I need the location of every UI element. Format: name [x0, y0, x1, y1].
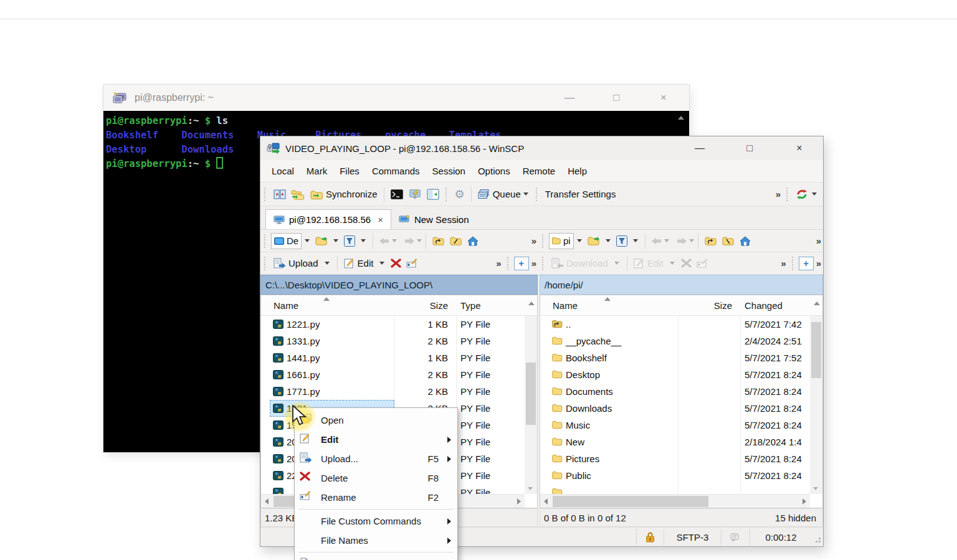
terminal-close-button[interactable]: ×: [653, 92, 674, 104]
file-row[interactable]: Pictures5/7/2021 8:24: [540, 450, 810, 467]
file-row[interactable]: 1221.py1 KBPY File: [261, 316, 525, 333]
remote-edit-button[interactable]: Edit: [631, 257, 666, 270]
local-scroll-right-icon[interactable]: [517, 498, 521, 505]
file-row[interactable]: [540, 484, 810, 494]
compare-directories-icon[interactable]: [271, 187, 288, 201]
file-row[interactable]: Documents5/7/2021 8:24: [540, 383, 810, 400]
local-drive-caret[interactable]: [302, 233, 313, 249]
remote-col-name[interactable]: Name: [553, 300, 578, 311]
winscp-maximize-button[interactable]: □: [737, 143, 762, 154]
file-row[interactable]: Bookshelf5/7/2021 7:52: [540, 349, 810, 366]
terminal-titlebar[interactable]: pi@raspberrypi: ~ — □ ×: [103, 85, 689, 111]
menu-item-local[interactable]: Local: [265, 160, 300, 183]
remote-vertical-scrollbar[interactable]: [810, 316, 822, 494]
remote-edit-caret[interactable]: [670, 262, 675, 265]
remote-back-icon[interactable]: [649, 236, 664, 246]
new-session-tab[interactable]: New Session: [391, 209, 477, 229]
remote-add-button[interactable]: +: [799, 257, 814, 270]
file-row[interactable]: __pycache__2/4/2024 2:51: [540, 333, 810, 349]
file-row[interactable]: 1331.py2 KBPY File: [261, 333, 525, 349]
local-col-name[interactable]: Name: [274, 300, 298, 311]
terminal-scroll-up-icon[interactable]: [678, 116, 684, 120]
remote-col-changed[interactable]: Changed: [745, 300, 783, 311]
menu-item-commands[interactable]: Commands: [366, 160, 426, 183]
winscp-close-button[interactable]: ×: [787, 143, 812, 154]
file-row[interactable]: 1771.py2 KBPY File: [261, 383, 525, 400]
file-row[interactable]: 1441.py1 KBPY File: [261, 349, 525, 366]
local-back-icon[interactable]: [377, 236, 392, 246]
remote-root-directory-icon[interactable]: [720, 235, 737, 247]
download-caret[interactable]: [614, 262, 619, 265]
context-menu-item-open[interactable]: Open: [295, 411, 457, 430]
menu-item-mark[interactable]: Mark: [300, 160, 333, 183]
terminal-maximize-button[interactable]: □: [606, 92, 627, 104]
upload-button[interactable]: Upload: [271, 257, 321, 270]
local-parent-directory-icon[interactable]: [430, 235, 447, 247]
remote-col-size[interactable]: Size: [670, 300, 732, 311]
remote-dir-combo[interactable]: pi: [549, 233, 574, 249]
session-color-sync-icon[interactable]: [793, 187, 811, 201]
remote-filter-icon[interactable]: [614, 234, 630, 248]
winscp-titlebar[interactable]: VIDEO_PLAYING_LOOP - pi@192.168.158.56 -…: [260, 136, 823, 160]
local-edit-button[interactable]: Edit: [341, 257, 376, 270]
panels-layout-icon[interactable]: [424, 187, 442, 201]
remote-horizontal-scrollbar[interactable]: [540, 494, 810, 508]
remote-path-bar[interactable]: /home/pi/: [540, 275, 823, 295]
menu-item-remote[interactable]: Remote: [517, 160, 562, 183]
local-scroll-left-icon[interactable]: [265, 498, 269, 505]
file-row[interactable]: 1661.py2 KBPY File: [261, 366, 525, 383]
console-icon[interactable]: [388, 188, 406, 201]
menu-item-files[interactable]: Files: [333, 160, 366, 183]
synchronize-button[interactable]: Synchronize: [307, 187, 380, 201]
local-open-directory-icon[interactable]: [313, 235, 330, 247]
toolbar-grip[interactable]: [536, 187, 540, 201]
upload-caret[interactable]: [325, 262, 330, 265]
context-menu-item-file-custom-commands[interactable]: File Custom Commands: [295, 511, 457, 531]
remote-cmd-overflow2[interactable]: »: [814, 258, 823, 268]
hint-icon[interactable]: [721, 529, 750, 545]
queue-icon[interactable]: [475, 187, 493, 201]
context-menu-item-edit[interactable]: Edit: [295, 430, 457, 449]
local-add-button[interactable]: +: [514, 257, 529, 270]
preferences-gear-icon[interactable]: ⚙: [452, 186, 467, 202]
local-cmd-overflow[interactable]: »: [493, 258, 503, 268]
remote-scroll-left-icon[interactable]: [544, 498, 548, 505]
context-menu-item-rename[interactable]: RenameF2: [295, 488, 457, 507]
local-filter-caret[interactable]: [358, 233, 369, 249]
file-row[interactable]: New2/18/2024 1:4: [540, 434, 810, 450]
local-filter-icon[interactable]: [341, 234, 358, 248]
local-forward-icon[interactable]: [402, 236, 417, 246]
remote-filter-caret[interactable]: [630, 233, 641, 249]
file-row[interactable]: Desktop5/7/2021 8:24: [540, 366, 810, 383]
session-duration[interactable]: 0:00:12: [750, 529, 812, 545]
toolbar-grip[interactable]: [542, 257, 546, 270]
remote-dir-caret[interactable]: [574, 233, 585, 249]
remote-open-directory-icon[interactable]: [585, 235, 602, 247]
local-col-size[interactable]: Size: [386, 300, 448, 311]
remote-rename-icon[interactable]: [694, 257, 712, 270]
remote-toolbar-overflow[interactable]: »: [814, 235, 823, 246]
menu-item-options[interactable]: Options: [472, 160, 517, 183]
context-menu-item-properties[interactable]: PropertiesF9: [295, 554, 457, 560]
remote-scroll-right-icon[interactable]: [802, 498, 806, 505]
protocol-status[interactable]: SFTP-3: [664, 529, 721, 545]
file-row[interactable]: Downloads5/7/2021 8:24: [540, 400, 810, 417]
context-menu-item-upload[interactable]: Upload...F5: [295, 449, 457, 468]
remote-cmd-overflow[interactable]: »: [778, 258, 788, 268]
local-cmd-overflow2[interactable]: »: [529, 258, 538, 268]
remote-open-caret[interactable]: [602, 233, 614, 249]
remote-forward-caret[interactable]: [689, 239, 694, 242]
toolbar-grip[interactable]: [542, 234, 546, 248]
local-home-icon[interactable]: [465, 235, 481, 247]
remote-delete-icon[interactable]: [678, 257, 694, 269]
resize-grip[interactable]: [812, 529, 823, 545]
queue-dropdown-caret[interactable]: [523, 192, 528, 196]
local-scroll-down-icon[interactable]: [528, 487, 533, 490]
local-rename-icon[interactable]: [404, 257, 421, 270]
local-vertical-scrollbar[interactable]: [525, 316, 537, 494]
commander-interface-icon[interactable]: [406, 187, 424, 201]
local-edit-caret[interactable]: [379, 262, 384, 265]
toolbar-grip[interactable]: [507, 257, 512, 270]
synchronize-browsing-icon[interactable]: [288, 187, 307, 201]
remote-scroll-up-icon[interactable]: [814, 301, 820, 305]
